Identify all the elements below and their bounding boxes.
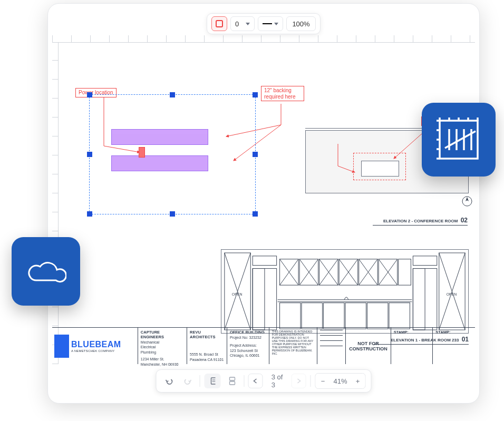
view-mode-single-button[interactable] (204, 374, 220, 388)
redo-button[interactable] (181, 374, 196, 388)
cell-line: 5555 N. Broad St (190, 353, 224, 357)
markup-rectangle[interactable] (111, 155, 208, 171)
cell-line: Mechanical (141, 340, 184, 345)
resize-handle[interactable] (87, 152, 92, 157)
zoom-text: 41% (333, 377, 347, 385)
chevron-right-icon (296, 378, 302, 384)
tb-not-for-construction: NOT FOR CONSTRUCTION (346, 328, 391, 364)
resize-handle[interactable] (253, 92, 258, 97)
zoom-in-button[interactable]: + (350, 374, 365, 388)
logo-tagline: A NEMETSCHEK COMPANY (71, 349, 121, 353)
tb-revu-architects: REVU ARCHITECTS 5555 N. Broad St Pasaden… (187, 328, 227, 364)
zoom-controls: − 41% + (315, 373, 365, 389)
svg-rect-17 (253, 269, 265, 330)
chevron-left-icon (253, 378, 259, 384)
cell-title: OFFICE BUILDING (230, 330, 266, 335)
tb-office-building: OFFICE BUILDING Project No: 323232 Proje… (227, 328, 269, 364)
svg-rect-21 (413, 256, 437, 266)
resize-handle[interactable] (87, 211, 92, 217)
resize-handle[interactable] (87, 92, 92, 97)
nfc-text: NOT FOR CONSTRUCTION (349, 341, 387, 351)
markup-rectangle[interactable] (111, 129, 208, 145)
vertical-ruler (52, 43, 59, 364)
elevation-1-drawing: OPEN OPEN (221, 249, 469, 334)
disclaimer-text: THIS DRAWING IS INTENDED FOR DEMONSTRATI… (272, 330, 314, 355)
page-indicator[interactable]: 3 of 3 (267, 374, 287, 388)
cell-line: Plumbing (141, 350, 184, 355)
svg-rect-53 (229, 381, 235, 385)
next-page-button[interactable] (292, 374, 306, 388)
horizontal-ruler (52, 35, 475, 43)
view-mode-continuous-button[interactable] (225, 374, 239, 388)
cell-line: Project No: 323232 (230, 336, 266, 340)
svg-rect-43 (280, 303, 301, 329)
svg-rect-48 (389, 303, 410, 329)
callout-text: 12" backing required here (264, 87, 295, 100)
svg-rect-45 (324, 303, 345, 329)
resize-handle[interactable] (170, 211, 175, 217)
cell-line: 123 Schonzeit St (230, 349, 266, 353)
resize-handle[interactable] (253, 211, 258, 217)
callout-backing-required[interactable]: 12" backing required here (261, 86, 304, 101)
svg-rect-20 (253, 256, 276, 266)
tally-grid-icon (434, 115, 483, 164)
prev-page-button[interactable] (248, 374, 263, 388)
bluebeam-logo-text: BLUEBEAM A NEMETSCHEK COMPANY (71, 340, 121, 353)
drawing-canvas[interactable]: Power location 12" backing required here (52, 35, 475, 364)
cabinet-open-label: OPEN (232, 292, 243, 296)
cell-title: REVU ARCHITECTS (190, 330, 224, 339)
bottom-toolbar: 3 of 3 − 41% + (156, 369, 372, 393)
cell-title: STAMP: (435, 330, 472, 335)
line-style-dropdown[interactable] (258, 16, 283, 31)
north-arrow-icon (461, 195, 473, 207)
top-toolbar: 0 100% (207, 13, 321, 34)
page-text: 3 of 3 (272, 373, 283, 389)
tb-capture-engineers: CAPTURE ENGINEERS Mechanical Electrical … (138, 328, 187, 364)
measure-feature-icon (422, 103, 496, 177)
page-single-icon (209, 377, 215, 385)
svg-rect-19 (413, 269, 425, 330)
tb-revision-grid (317, 328, 346, 364)
cell-line: Manchester, NH 06930 (141, 363, 184, 367)
cell-title: STAMP: (394, 330, 430, 335)
shape-tool-button[interactable] (211, 16, 227, 31)
markup-power-symbol[interactable] (139, 147, 145, 158)
resize-handle[interactable] (253, 152, 258, 157)
redo-icon (183, 376, 193, 386)
svg-rect-52 (229, 377, 235, 380)
rectangle-icon (215, 19, 224, 28)
app-window: 0 100% Power location 12" backing requir… (47, 3, 480, 404)
zoom-out-button[interactable]: − (315, 374, 330, 388)
toolbar-divider (244, 375, 244, 387)
cell-title: CAPTURE ENGINEERS (141, 330, 184, 339)
cell-line: Pasadena CA 91101 (190, 358, 224, 362)
tv-mount-outline (353, 153, 406, 180)
undo-icon (164, 376, 174, 386)
cloud-feature-icon (12, 237, 80, 306)
zoom-preset[interactable]: 100% (286, 16, 316, 31)
cabinet-elevation-svg: OPEN OPEN (221, 250, 468, 333)
svg-rect-46 (345, 303, 366, 329)
label-text: ELEVATION 2 - CONFERENCE ROOM (383, 219, 458, 223)
zoom-preset-value: 100% (292, 20, 309, 28)
undo-button[interactable] (162, 374, 177, 388)
shape-size-value: 0 (235, 20, 239, 28)
cell-line: Project Address: (230, 344, 266, 348)
cabinet-open-label: OPEN (447, 292, 457, 296)
chevron-down-icon (274, 23, 278, 25)
toolbar-divider (311, 375, 311, 387)
tb-disclaimer: THIS DRAWING IS INTENDED FOR DEMONSTRATI… (269, 328, 317, 364)
page-continuous-icon (228, 377, 236, 385)
svg-rect-49 (211, 378, 215, 384)
label-number: 02 (461, 217, 468, 224)
svg-rect-40 (399, 259, 411, 285)
cloud-icon (25, 257, 66, 286)
svg-rect-0 (216, 21, 222, 27)
bluebeam-logo-mark (54, 335, 69, 358)
zoom-value[interactable]: 41% (330, 377, 350, 385)
selection-box[interactable] (89, 94, 256, 214)
shape-size-input[interactable]: 0 (230, 16, 255, 31)
line-swatch-icon (263, 23, 272, 24)
resize-handle[interactable] (170, 92, 175, 97)
tb-stamp-2: STAMP: (433, 328, 475, 364)
